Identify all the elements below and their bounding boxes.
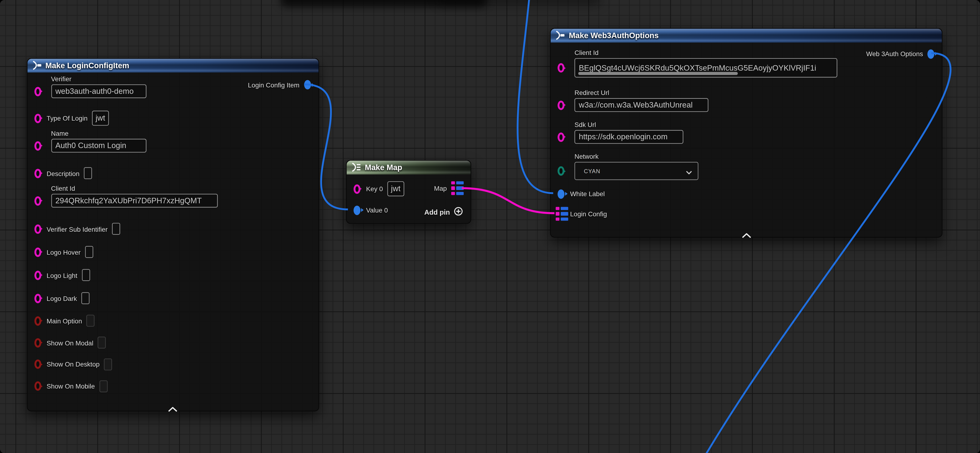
field-value: BEglQSgt4cUWcj6SKRdu5QkOXTsePmMcusG5EAoy… (579, 63, 816, 72)
node-header[interactable]: Make LoginConfigItem (27, 59, 318, 72)
checkbox-show-on-modal[interactable] (98, 337, 106, 348)
checkbox-main-option[interactable] (86, 315, 94, 326)
field-type-of-login[interactable]: jwt (92, 111, 109, 125)
add-pin-label: Add pin (424, 208, 450, 216)
pin-map[interactable] (451, 181, 464, 195)
pin-label: Show On Modal (47, 339, 94, 346)
node-make-loginconfigitem[interactable]: Make LoginConfigItemVerifierweb3auth-aut… (27, 58, 319, 411)
field-value: w3a://com.w3a.Web3AuthUnreal (579, 101, 693, 109)
field-value: 294QRkchfq2YaXUbPri7D6PH7xzHgQMT (56, 196, 202, 205)
pin-logo-hover[interactable] (34, 247, 41, 257)
pin-label: Map (434, 184, 447, 192)
pin-label: Value 0 (366, 206, 388, 214)
screenshot-frame: Make LoginConfigItemVerifierweb3auth-aut… (0, 0, 980, 453)
make-struct-icon (555, 30, 565, 40)
input-row: Type Of Loginjwt (47, 111, 109, 125)
pin-value-0[interactable] (354, 206, 361, 215)
pin-label: Redirect Url (574, 89, 609, 97)
pin-web-3auth-options[interactable] (928, 49, 934, 59)
input-row: Logo Hover (47, 246, 93, 258)
pin-logo-light[interactable] (34, 270, 41, 280)
field-client-id[interactable]: BEglQSgt4cUWcj6SKRdu5QkOXTsePmMcusG5EAoy… (574, 58, 837, 78)
pin-label: Client Id (51, 184, 75, 192)
node-header[interactable]: Make Web3AuthOptions (551, 29, 942, 42)
field-description[interactable] (84, 167, 92, 179)
pin-label: Logo Light (47, 271, 77, 279)
pin-login-config-item[interactable] (304, 80, 311, 90)
input-row: Verifier Sub Identifier (47, 223, 120, 235)
input-row: Show On Modal (47, 337, 106, 348)
pin-network[interactable] (558, 166, 565, 176)
graph-canvas[interactable]: Make LoginConfigItemVerifierweb3auth-aut… (0, 0, 980, 453)
pin-type-of-login[interactable] (34, 114, 41, 123)
offscreen-node-shadow (438, 0, 601, 5)
pin-verifier-sub-identifier[interactable] (34, 224, 41, 234)
field-verifier[interactable]: web3auth-auth0-demo (51, 84, 146, 98)
input-row: Key 0jwt (366, 181, 404, 196)
map-pin-value-cell (561, 212, 568, 215)
map-pin-key-cell (451, 192, 455, 195)
wire-offscreen-top-to-white-label[interactable] (517, 0, 553, 193)
checkbox-show-on-desktop[interactable] (104, 358, 112, 370)
input-row: Logo Light (47, 269, 90, 281)
input-row: Show On Mobile (47, 380, 107, 392)
dropdown-network[interactable]: CYAN (574, 162, 698, 180)
pin-client-id[interactable] (558, 63, 565, 73)
add-pin-button[interactable]: Add pin (424, 207, 463, 217)
pin-client-id[interactable] (34, 196, 41, 206)
pin-key-0[interactable] (354, 184, 361, 193)
make-struct-icon (32, 61, 41, 70)
pin-label: Key 0 (366, 185, 383, 193)
input-row: Logo Dark (47, 292, 90, 304)
pin-show-on-desktop[interactable] (34, 360, 41, 369)
pin-label: Description (47, 169, 80, 177)
pin-label: White Label (570, 190, 605, 198)
blueprint-editor: Make LoginConfigItemVerifierweb3auth-aut… (0, 0, 980, 453)
map-pin-key-cell (556, 212, 559, 215)
node-title: Make LoginConfigItem (45, 61, 129, 70)
field-key-0[interactable]: jwt (387, 181, 404, 196)
field-logo-dark[interactable] (81, 292, 89, 304)
field-sdk-url[interactable]: https://sdk.openlogin.com (574, 130, 683, 144)
field-name[interactable]: Auth0 Custom Login (51, 139, 146, 152)
pin-label: Verifier (51, 75, 72, 83)
field-logo-light[interactable] (81, 269, 90, 281)
pin-show-on-modal[interactable] (34, 338, 41, 347)
node-make-web3authoptions[interactable]: Make Web3AuthOptionsClient IdBEglQSgt4cU… (550, 28, 942, 237)
wire-map-to-login-config[interactable] (462, 188, 554, 213)
field-logo-hover[interactable] (85, 246, 93, 258)
node-header[interactable]: Make Map (347, 160, 471, 174)
map-pin-key-cell (451, 181, 455, 185)
input-row: Value 0 (366, 206, 388, 214)
map-pin-key-cell (556, 207, 559, 210)
map-pin-value-cell (456, 181, 464, 185)
pin-show-on-mobile[interactable] (34, 381, 41, 391)
field-verifier-sub-identifier[interactable] (112, 223, 120, 235)
input-row: Main Option (47, 315, 95, 326)
field-client-id[interactable]: 294QRkchfq2YaXUbPri7D6PH7xzHgQMT (51, 194, 218, 207)
pin-description[interactable] (34, 168, 41, 178)
chevron-down-icon (686, 165, 692, 176)
field-redirect-url[interactable]: w3a://com.w3a.Web3AuthUnreal (574, 98, 708, 112)
pin-sdk-url[interactable] (558, 132, 565, 142)
checkbox-show-on-mobile[interactable] (99, 380, 107, 392)
input-row: Show On Desktop (47, 358, 112, 370)
pin-login-config[interactable] (556, 207, 569, 221)
node-make-map[interactable]: Make MapKey 0jwtValue 0MapAdd pin (346, 160, 471, 223)
field-hscrollbar[interactable] (578, 72, 738, 74)
pin-logo-dark[interactable] (34, 293, 41, 303)
pin-main-option[interactable] (34, 316, 41, 326)
pin-redirect-url[interactable] (558, 100, 565, 110)
pin-name[interactable] (34, 141, 41, 150)
pin-label: Verifier Sub Identifier (47, 225, 108, 233)
collapse-chevron-icon[interactable] (168, 403, 177, 408)
pin-label: Sdk Url (574, 120, 596, 128)
pin-label: Login Config Item (248, 81, 299, 89)
pin-verifier[interactable] (34, 87, 41, 96)
add-pin-icon (454, 207, 463, 217)
collapse-chevron-icon[interactable] (741, 229, 751, 234)
node-title: Make Map (365, 163, 402, 171)
input-row: White Label (570, 190, 605, 198)
make-map-icon (351, 163, 361, 172)
pin-white-label[interactable] (558, 189, 565, 198)
